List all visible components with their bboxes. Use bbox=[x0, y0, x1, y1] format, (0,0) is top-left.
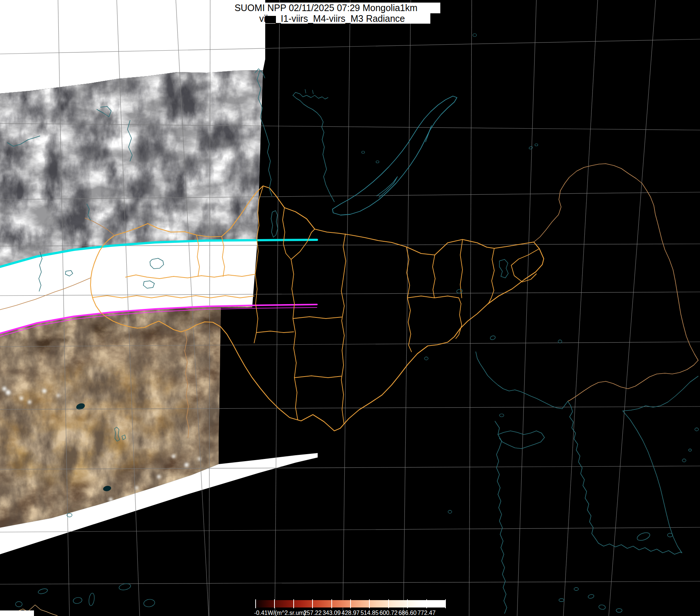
snow-patch bbox=[157, 475, 161, 479]
map-canvas bbox=[0, 0, 700, 616]
province-central-meridian bbox=[291, 259, 298, 420]
colorbar-value-label: 686.60 bbox=[399, 610, 417, 616]
lake-buir bbox=[499, 259, 508, 278]
province-khentii-line bbox=[488, 248, 494, 304]
lake-dalai bbox=[490, 335, 496, 340]
graticule-parallel bbox=[0, 527, 700, 532]
nk-china-border bbox=[568, 360, 698, 401]
image-title: SUOMI NPP 02/11/2025 07:29 Mongolia1km bbox=[212, 3, 440, 13]
colorbar-tick bbox=[255, 599, 256, 608]
lake-small-1 bbox=[558, 340, 562, 343]
colorbar-tick bbox=[445, 599, 446, 608]
image-subtitle: viirs_I1-viirs_M4-viirs_M3 Radiance bbox=[212, 13, 430, 24]
colorbar-tick bbox=[426, 599, 427, 608]
coast-korea-south bbox=[598, 543, 682, 554]
island-7 bbox=[682, 459, 686, 462]
province-khovsgol-loop-west bbox=[283, 208, 291, 259]
lake-small-2 bbox=[424, 357, 428, 360]
province-ew-hangai bbox=[293, 317, 342, 319]
lake-small-9 bbox=[529, 146, 533, 149]
snow-patch bbox=[42, 389, 47, 393]
snow-patch bbox=[28, 400, 31, 404]
province-east-hook bbox=[511, 249, 539, 282]
bl-lake-1 bbox=[38, 588, 48, 595]
graticule-meridian bbox=[469, 0, 472, 616]
angara-river bbox=[293, 95, 334, 202]
coast-primorye bbox=[623, 376, 698, 411]
snow-patch bbox=[6, 390, 11, 395]
colorbar-tick bbox=[388, 599, 389, 608]
colorbar-tick bbox=[312, 599, 313, 608]
bl-lake-3 bbox=[73, 597, 82, 604]
graticule-meridian bbox=[563, 0, 598, 616]
colorbar-value-label: 772.47 bbox=[417, 610, 436, 616]
lake-small-5 bbox=[499, 414, 504, 417]
province-mid-meridian bbox=[341, 234, 346, 423]
svyatoy-nos bbox=[425, 126, 431, 142]
island-5 bbox=[574, 588, 578, 591]
lake-small-8 bbox=[473, 34, 477, 37]
island-6 bbox=[559, 599, 564, 602]
colorbar-tick bbox=[293, 599, 294, 608]
province-ew-gobi bbox=[294, 376, 341, 378]
lake-small-7 bbox=[376, 161, 379, 163]
lake-small-10 bbox=[535, 144, 538, 146]
legend-color-chip bbox=[265, 16, 276, 23]
island-jeju bbox=[636, 531, 651, 542]
angara-branch2 bbox=[313, 90, 313, 94]
colorbar-tick bbox=[274, 599, 275, 608]
island-3 bbox=[598, 605, 606, 610]
coast-bohai-north bbox=[476, 352, 568, 409]
terrain-imagery-texture bbox=[0, 296, 332, 554]
colorbar-value-label: 257.22 bbox=[304, 610, 322, 616]
bl-lake-6 bbox=[143, 599, 155, 608]
colorbar-tick bbox=[407, 599, 408, 608]
island-1 bbox=[667, 533, 673, 537]
province-ne-line bbox=[433, 255, 435, 298]
radiance-colorbar bbox=[256, 600, 445, 608]
olkhon-island bbox=[377, 177, 397, 197]
island-2 bbox=[588, 594, 594, 599]
angara-branch1 bbox=[305, 89, 306, 93]
snow-patch bbox=[172, 455, 175, 458]
lake-small-4 bbox=[456, 289, 462, 294]
lake-small-6 bbox=[362, 151, 365, 153]
island-9 bbox=[695, 428, 699, 431]
colorbar-tick bbox=[350, 599, 351, 608]
snow-patch bbox=[57, 394, 60, 397]
province-khovsgol-loop-east bbox=[291, 229, 315, 259]
bl-lake-4 bbox=[88, 593, 95, 606]
colorbar-unit-label: -0.41W/(m^2.sr.um) bbox=[254, 610, 306, 616]
coast-korea-west bbox=[568, 401, 598, 543]
coast-china-south bbox=[495, 421, 507, 613]
colorbar-value-label: 600.72 bbox=[379, 610, 397, 616]
angara-meanders bbox=[293, 92, 328, 99]
snow-patch bbox=[135, 486, 138, 489]
snow-patch bbox=[184, 463, 189, 467]
graticule-meridian bbox=[517, 0, 536, 616]
coast-korea-east bbox=[623, 411, 682, 553]
lake-khovsgol bbox=[271, 211, 278, 237]
colorbar-value-label: 428.97 bbox=[342, 610, 360, 616]
colorbar-value-label: 343.09 bbox=[322, 610, 341, 616]
satellite-map-display[interactable]: SUOMI NPP 02/11/2025 07:29 Mongolia1km v… bbox=[0, 0, 700, 616]
lake-small-3 bbox=[448, 510, 452, 513]
bl-lake-2 bbox=[16, 602, 22, 607]
satellite-swath bbox=[0, 0, 332, 554]
province-ew-altai bbox=[256, 331, 294, 333]
scale-box bbox=[0, 610, 34, 616]
lena-river-branch2 bbox=[263, 73, 265, 78]
island-8 bbox=[689, 449, 692, 451]
lake-baikal bbox=[332, 96, 457, 215]
snow-patch bbox=[2, 387, 7, 391]
graticule-meridian bbox=[609, 0, 656, 616]
shandong-peninsula bbox=[498, 431, 544, 449]
colorbar-value-label: 514.85 bbox=[361, 610, 379, 616]
colorbar-tick bbox=[331, 599, 332, 608]
snow-patch bbox=[20, 397, 23, 400]
colorbar-tick bbox=[369, 599, 370, 608]
island-4 bbox=[616, 609, 622, 612]
graticule-parallel bbox=[0, 581, 700, 584]
